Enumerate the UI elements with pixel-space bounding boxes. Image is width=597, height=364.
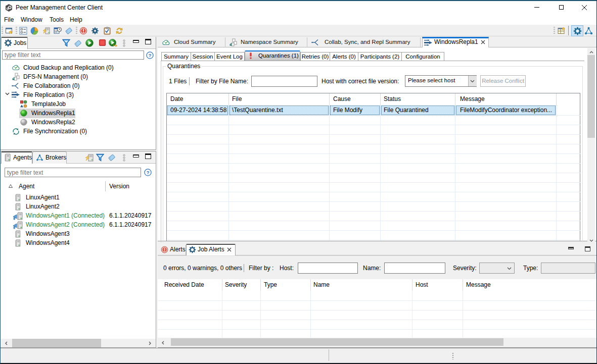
svg-text:?: ? bbox=[149, 53, 152, 58]
svg-text:?: ? bbox=[147, 170, 150, 175]
